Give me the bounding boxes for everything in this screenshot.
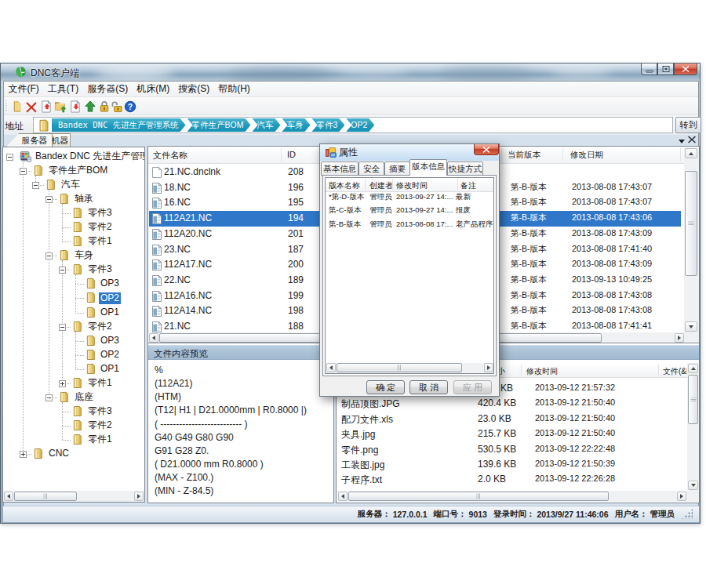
tree-expander-minus[interactable] [45,196,53,203]
col-mtime[interactable]: 修改时间 [526,366,558,377]
col-mod-time[interactable]: 修改时间 [396,180,428,191]
toolbar-upload-file-icon[interactable] [40,100,53,113]
dialog-tab-3[interactable]: 版本信息 [409,159,447,176]
scroll-left-button[interactable] [4,492,13,501]
toolbar-new-folder-icon[interactable] [11,100,24,113]
tree-expander-minus[interactable] [59,324,66,331]
breadcrumb-segment-5[interactable]: OP2 [346,118,374,132]
tree-node[interactable]: 零件3 [86,263,114,276]
dock-close-icon[interactable] [688,136,696,143]
go-button[interactable]: 转到 [675,117,701,133]
scroll-right-button[interactable] [677,492,686,501]
menu-item-0[interactable]: 文件(F) [4,81,43,97]
scroll-up-button[interactable] [688,364,698,373]
dialog-button-0[interactable]: 确 定 [366,380,405,394]
dialog-tab-0[interactable]: 基本信息 [321,162,358,176]
scroll-left-button[interactable] [338,492,348,501]
dialog-close-button[interactable] [474,144,499,155]
toolbar-help-icon[interactable]: ? [124,100,136,113]
col-note[interactable]: 备注 [460,180,476,191]
attachment-row[interactable]: 配刀文件.xls23.0 KB2013-09-12 21:50:40 [337,412,687,426]
attachment-row[interactable]: 夹具.jpg215.7 KB2013-09-12 21:50:40 [337,426,687,441]
tree-node[interactable]: 汽车 [60,178,82,191]
tree-expander-minus[interactable] [6,154,13,161]
col-id[interactable]: ID [287,150,296,159]
tree-node[interactable]: 零件2 [86,220,114,234]
minimize-button[interactable] [641,64,657,75]
scroll-left-button[interactable] [149,333,158,343]
col-file-name[interactable]: 文件名称 [153,150,187,162]
breadcrumb-segment-1[interactable]: 零件生产BOM [187,118,251,132]
tree-node[interactable]: 零件3 [86,405,114,418]
tree-expander-minus[interactable] [45,252,53,260]
tree-node[interactable]: 零件2 [86,320,114,333]
tree-node[interactable]: OP3 [99,277,121,290]
tree-node[interactable]: 零件2 [86,419,114,432]
breadcrumb-segment-4[interactable]: 零件3 [311,118,344,132]
toolbar-delete-icon[interactable] [25,100,38,113]
scrollbar-thumb[interactable] [337,363,462,372]
tree-node[interactable]: OP2 [99,292,121,305]
col-creator[interactable]: 创建者 [369,180,393,191]
tree-node[interactable]: 轴承 [73,192,95,205]
tree-expander-plus[interactable] [20,451,27,458]
version-row[interactable]: 第-C-版本管理员2013-09-27 14:...报废 [326,205,493,218]
close-button[interactable] [674,64,697,75]
tree-expander-plus[interactable] [59,380,66,387]
menu-item-1[interactable]: 工具(T) [43,81,82,97]
scroll-up-button[interactable] [685,148,697,158]
dialog-tab-1[interactable]: 安全 [358,162,384,176]
file-list-vscrollbar[interactable] [684,147,699,332]
dialog-title-bar[interactable]: 属性 [320,144,499,161]
dialog-tab-2[interactable]: 摘要 [384,162,410,176]
tree-node[interactable]: 底座 [73,390,95,404]
tree-node[interactable]: OP3 [99,334,121,347]
scroll-down-button[interactable] [685,321,697,332]
tree-expander-minus[interactable] [32,182,39,189]
toolbar-send-to-folder-icon[interactable] [54,100,67,113]
attachment-row[interactable]: 制品顶图.JPG420.4 KB2013-09-12 21:50:40 [337,396,687,411]
scroll-right-button[interactable] [675,333,684,343]
dialog-button-2[interactable]: 应 用 [453,380,492,394]
dialog-button-1[interactable]: 取 消 [409,380,448,394]
col-mod-date[interactable]: 修改日期 [570,150,603,161]
tree-node[interactable]: OP1 [99,306,121,319]
attachments-vscrollbar[interactable] [687,363,699,491]
toolbar-upload-icon[interactable] [84,100,96,113]
scrollbar-thumb[interactable] [688,375,698,424]
tree-node[interactable]: 零件1 [86,433,114,446]
tree-hscrollbar[interactable] [3,491,144,502]
scroll-right-button[interactable] [134,492,144,501]
tree-node[interactable]: 零件1 [86,234,114,248]
col-version-name[interactable]: 版本名称 [329,180,360,191]
tree-node[interactable]: 零件1 [86,376,114,390]
tree-node[interactable]: 零件生产BOM [47,164,109,177]
menu-item-4[interactable]: 搜索(S) [174,81,214,97]
version-row[interactable]: 第-B-版本管理员2013-08-08 17:...老产品程序 [326,219,493,232]
scroll-down-button[interactable] [688,481,698,490]
version-row[interactable]: *第-D-版本管理员2013-09-27 14:...最新 [326,191,493,205]
menu-item-2[interactable]: 服务器(S) [83,81,133,97]
attachment-row[interactable]: 工装图.jpg139.6 KB2013-09-12 21:50:39 [337,457,687,472]
scroll-left-button[interactable] [326,363,336,372]
dock-chevron-down-icon[interactable] [677,137,686,145]
tree-expander-minus[interactable] [59,267,66,274]
attachments-hscrollbar[interactable] [337,491,687,502]
tree-node[interactable]: OP1 [99,362,121,376]
scrollbar-thumb[interactable] [685,171,697,276]
menu-item-3[interactable]: 机床(M) [133,81,174,97]
dialog-tab-4[interactable]: 快捷方式 [447,162,483,176]
col-version[interactable]: 当前版本 [508,150,540,161]
maximize-button[interactable] [657,64,674,75]
toolbar-download-file-icon[interactable] [69,100,82,113]
scrollbar-thumb[interactable] [14,492,77,501]
tree-expander-minus[interactable] [45,394,53,401]
attachment-row[interactable]: 子程序.txt2.0 KB2013-09-12 22:26:28 [337,472,687,487]
address-field[interactable]: Bandex DNC 先进生产管理系统零件生产BOM汽车车身零件3OP2 [33,117,673,133]
toolbar-unlock-icon[interactable] [111,100,123,113]
tree-node[interactable]: 车身 [73,249,95,262]
breadcrumb-segment-0[interactable]: Bandex DNC 先进生产管理系统 [52,118,186,132]
tree-node[interactable]: OP2 [99,348,121,361]
scrollbar-thumb[interactable] [348,492,609,501]
version-table-header[interactable]: 版本名称创建者修改时间备注 [326,178,493,192]
